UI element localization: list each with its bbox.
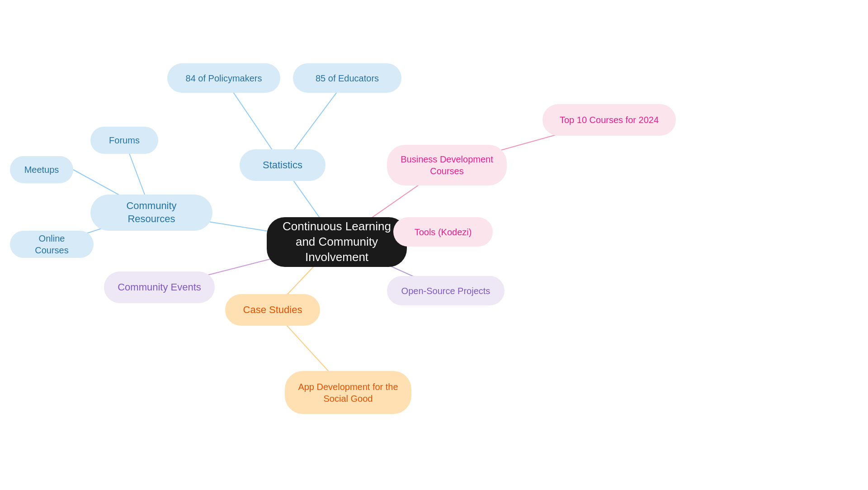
educators-node[interactable]: 85 of Educators (293, 63, 401, 93)
tools-node[interactable]: Tools (Kodezi) (393, 217, 493, 247)
case-studies-node[interactable]: Case Studies (225, 294, 320, 326)
statistics-node[interactable]: Statistics (240, 149, 326, 181)
educators-label: 85 of Educators (316, 72, 379, 84)
center-label: Continuous Learning and Community Involv… (278, 219, 396, 265)
statistics-label: Statistics (263, 159, 302, 172)
tools-label: Tools (Kodezi) (415, 226, 472, 238)
community-events-node[interactable]: Community Events (104, 271, 215, 303)
meetups-node[interactable]: Meetups (10, 156, 73, 183)
app-dev-node[interactable]: App Development for the Social Good (285, 371, 411, 414)
forums-node[interactable]: Forums (90, 127, 158, 154)
app-dev-label: App Development for the Social Good (296, 381, 401, 404)
top10-node[interactable]: Top 10 Courses for 2024 (542, 104, 676, 136)
case-studies-label: Case Studies (243, 304, 302, 317)
policymakers-node[interactable]: 84 of Policymakers (167, 63, 280, 93)
policymakers-label: 84 of Policymakers (186, 72, 262, 84)
forums-label: Forums (109, 134, 140, 146)
community-resources-label: Community Resources (101, 200, 202, 225)
biz-dev-node[interactable]: Business Development Courses (387, 145, 507, 186)
community-events-label: Community Events (118, 281, 201, 294)
center-node[interactable]: Continuous Learning and Community Involv… (267, 217, 407, 267)
meetups-label: Meetups (24, 164, 59, 176)
online-courses-label: Online Courses (21, 233, 83, 256)
open-source-node[interactable]: Open-Source Projects (387, 276, 505, 305)
open-source-label: Open-Source Projects (401, 285, 491, 297)
biz-dev-label: Business Development Courses (398, 153, 496, 177)
community-resources-node[interactable]: Community Resources (90, 195, 212, 231)
online-courses-node[interactable]: Online Courses (10, 231, 94, 258)
top10-label: Top 10 Courses for 2024 (560, 114, 659, 126)
